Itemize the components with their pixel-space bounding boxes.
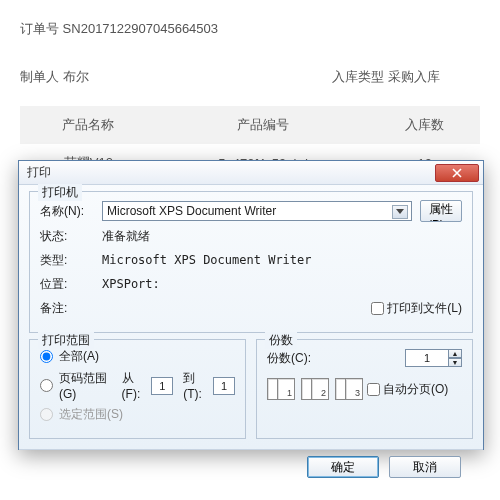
properties-button[interactable]: 属性(P)... [420, 200, 462, 222]
type-label: 类型: [40, 252, 102, 269]
from-input[interactable]: 1 [151, 377, 173, 395]
cancel-button[interactable]: 取消 [389, 456, 461, 478]
printer-name-combo[interactable]: Microsoft XPS Document Writer [102, 201, 412, 221]
th-code: 产品编号 [157, 106, 370, 144]
from-label: 从(F): [122, 370, 148, 401]
titlebar[interactable]: 打印 [19, 161, 483, 185]
type-value: Microsoft XPS Document Writer [102, 253, 462, 267]
spinner-up-icon[interactable]: ▲ [448, 349, 462, 358]
page-icon: 1 [277, 378, 295, 400]
th-product: 产品名称 [20, 106, 157, 144]
copies-label: 份数(C): [267, 350, 327, 367]
copies-spinner[interactable]: 1 ▲ ▼ [405, 349, 462, 367]
close-button[interactable] [435, 164, 479, 182]
print-to-file-input[interactable] [371, 302, 384, 315]
info-row: 制单人 布尔 入库类型 采购入库 [20, 68, 480, 86]
status-label: 状态: [40, 228, 102, 245]
spinner-down-icon[interactable]: ▼ [448, 358, 462, 367]
creator: 制单人 布尔 [20, 68, 230, 86]
collate-preview: 1 1 2 2 3 3 [267, 378, 363, 400]
close-icon [452, 168, 462, 178]
order-number: 订单号 SN2017122907045664503 [20, 20, 480, 38]
print-dialog: 打印 打印机 名称(N): Microsoft XPS Document Wri… [18, 160, 484, 450]
range-pages-label: 页码范围(G) [59, 370, 114, 401]
collate-checkbox[interactable]: 自动分页(O) [367, 381, 448, 398]
range-fieldset: 打印范围 全部(A) 页码范围(G) 从(F): 1 到(T): 1 选定范围(… [29, 339, 246, 439]
page-icon: 2 [311, 378, 329, 400]
name-label: 名称(N): [40, 203, 102, 220]
status-value: 准备就绪 [102, 228, 462, 245]
comment-label: 备注: [40, 300, 102, 317]
range-selection-radio [40, 408, 53, 421]
table-header-row: 产品名称 产品编号 入库数 [20, 106, 480, 144]
copies-fieldset: 份数 份数(C): 1 ▲ ▼ 1 1 [256, 339, 473, 439]
printer-legend: 打印机 [38, 184, 82, 201]
where-value: XPSPort: [102, 277, 462, 291]
print-to-file-label: 打印到文件(L) [387, 300, 462, 317]
range-legend: 打印范围 [38, 332, 94, 349]
print-to-file-checkbox[interactable]: 打印到文件(L) [371, 300, 462, 317]
range-all-radio[interactable] [40, 350, 53, 363]
ok-button[interactable]: 确定 [307, 456, 379, 478]
printer-fieldset: 打印机 名称(N): Microsoft XPS Document Writer… [29, 191, 473, 333]
th-qty: 入库数 [369, 106, 480, 144]
range-pages-radio[interactable] [40, 379, 53, 392]
copies-input[interactable]: 1 [405, 349, 449, 367]
range-selection-label: 选定范围(S) [59, 406, 123, 423]
collate-input[interactable] [367, 383, 380, 396]
copies-legend: 份数 [265, 332, 297, 349]
printer-name-value: Microsoft XPS Document Writer [107, 204, 276, 218]
range-all-label: 全部(A) [59, 348, 99, 365]
dialog-title: 打印 [27, 164, 435, 181]
to-label: 到(T): [183, 370, 209, 401]
to-input[interactable]: 1 [213, 377, 235, 395]
collate-label: 自动分页(O) [383, 381, 448, 398]
page-icon: 3 [345, 378, 363, 400]
where-label: 位置: [40, 276, 102, 293]
background-page: 订单号 SN2017122907045664503 制单人 布尔 入库类型 采购… [0, 0, 500, 182]
chevron-down-icon [396, 209, 404, 214]
stock-type: 入库类型 采购入库 [230, 68, 480, 86]
